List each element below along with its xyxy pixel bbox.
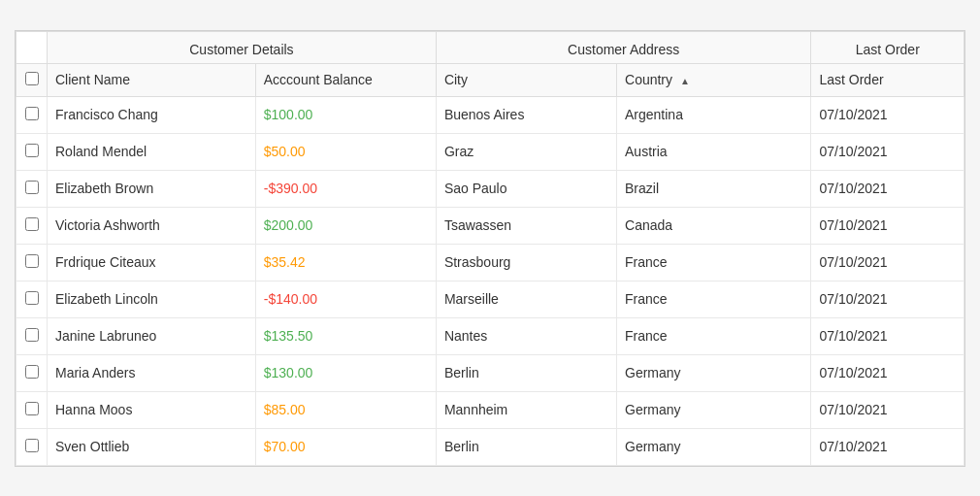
checkbox-header bbox=[16, 63, 48, 96]
row-checkbox-cell bbox=[16, 391, 48, 428]
empty-group-header bbox=[16, 31, 48, 63]
row-checkbox[interactable] bbox=[25, 439, 39, 452]
last-order-group-header: Last Order bbox=[811, 31, 964, 63]
row-checkbox[interactable] bbox=[25, 144, 39, 157]
last-order-cell: 07/10/2021 bbox=[811, 281, 964, 317]
balance-cell: -$390.00 bbox=[255, 170, 436, 207]
table-row: Victoria Ashworth $200.00 Tsawassen Cana… bbox=[16, 207, 964, 244]
table-row: Hanna Moos $85.00 Mannheim Germany 07/10… bbox=[16, 391, 964, 428]
row-checkbox-cell bbox=[16, 133, 48, 170]
row-checkbox-cell bbox=[16, 96, 48, 133]
city-cell: Graz bbox=[436, 133, 616, 170]
table-row: Elizabeth Lincoln -$140.00 Marseille Fra… bbox=[16, 281, 964, 317]
row-checkbox-cell bbox=[16, 354, 48, 391]
country-label: Country bbox=[625, 72, 672, 87]
row-checkbox[interactable] bbox=[25, 402, 39, 415]
last-order-cell: 07/10/2021 bbox=[811, 207, 964, 244]
row-checkbox[interactable] bbox=[25, 217, 39, 231]
city-cell: Berlin bbox=[436, 428, 616, 465]
country-cell: France bbox=[617, 281, 811, 317]
last-order-cell: 07/10/2021 bbox=[811, 244, 964, 281]
client-name-cell: Roland Mendel bbox=[48, 133, 256, 170]
customer-address-header: Customer Address bbox=[436, 31, 811, 63]
row-checkbox-cell bbox=[16, 244, 48, 281]
balance-cell: $135.50 bbox=[255, 317, 436, 354]
client-name-header: Client Name bbox=[48, 63, 256, 96]
last-order-header: Last Order bbox=[811, 63, 964, 96]
client-name-cell: Sven Ottlieb bbox=[48, 428, 256, 465]
client-name-cell: Victoria Ashworth bbox=[48, 207, 256, 244]
account-balance-header: Acccount Balance bbox=[255, 63, 436, 96]
table-row: Janine Labruneo $135.50 Nantes France 07… bbox=[16, 317, 964, 354]
last-order-cell: 07/10/2021 bbox=[811, 391, 964, 428]
city-cell: Strasbourg bbox=[436, 244, 616, 281]
city-cell: Nantes bbox=[436, 317, 616, 354]
city-cell: Sao Paulo bbox=[436, 170, 616, 207]
data-table: Customer Details Customer Address Last O… bbox=[15, 30, 965, 467]
country-cell: France bbox=[617, 317, 811, 354]
row-checkbox-cell bbox=[16, 317, 48, 354]
client-name-cell: Elizabeth Brown bbox=[48, 170, 256, 207]
balance-cell: $70.00 bbox=[255, 428, 436, 465]
balance-cell: $50.00 bbox=[255, 133, 436, 170]
balance-cell: $130.00 bbox=[255, 354, 436, 391]
country-cell: Argentina bbox=[617, 96, 811, 133]
client-name-cell: Hanna Moos bbox=[48, 391, 256, 428]
country-cell: France bbox=[617, 244, 811, 281]
sort-arrow-icon: ▲ bbox=[680, 76, 690, 86]
group-header-row: Customer Details Customer Address Last O… bbox=[16, 31, 964, 63]
balance-cell: -$140.00 bbox=[255, 281, 436, 317]
last-order-cell: 07/10/2021 bbox=[811, 354, 964, 391]
last-order-cell: 07/10/2021 bbox=[811, 428, 964, 465]
table-body: Francisco Chang $100.00 Buenos Aires Arg… bbox=[16, 96, 964, 465]
table-row: Elizabeth Brown -$390.00 Sao Paulo Brazi… bbox=[16, 170, 964, 207]
last-order-cell: 07/10/2021 bbox=[811, 96, 964, 133]
country-cell: Brazil bbox=[617, 170, 811, 207]
country-cell: Germany bbox=[617, 391, 811, 428]
column-header-row: Client Name Acccount Balance City Countr… bbox=[16, 63, 964, 96]
city-cell: Buenos Aires bbox=[436, 96, 616, 133]
select-all-checkbox[interactable] bbox=[25, 72, 39, 85]
last-order-cell: 07/10/2021 bbox=[811, 170, 964, 207]
balance-cell: $100.00 bbox=[255, 96, 436, 133]
country-header[interactable]: Country ▲ bbox=[617, 63, 811, 96]
country-cell: Canada bbox=[617, 207, 811, 244]
country-cell: Germany bbox=[617, 354, 811, 391]
table-row: Francisco Chang $100.00 Buenos Aires Arg… bbox=[16, 96, 964, 133]
customer-details-header: Customer Details bbox=[48, 31, 437, 63]
last-order-cell: 07/10/2021 bbox=[811, 133, 964, 170]
city-cell: Mannheim bbox=[436, 391, 616, 428]
city-header: City bbox=[436, 63, 616, 96]
row-checkbox-cell bbox=[16, 281, 48, 317]
city-cell: Marseille bbox=[436, 281, 616, 317]
table-row: Maria Anders $130.00 Berlin Germany 07/1… bbox=[16, 354, 964, 391]
client-name-cell: Frdrique Citeaux bbox=[48, 244, 256, 281]
row-checkbox[interactable] bbox=[25, 291, 39, 305]
row-checkbox[interactable] bbox=[25, 328, 39, 342]
client-name-cell: Francisco Chang bbox=[48, 96, 256, 133]
city-cell: Berlin bbox=[436, 354, 616, 391]
row-checkbox-cell bbox=[16, 170, 48, 207]
country-cell: Austria bbox=[617, 133, 811, 170]
row-checkbox-cell bbox=[16, 428, 48, 465]
table-scroll-container[interactable]: Customer Details Customer Address Last O… bbox=[16, 31, 964, 466]
table-row: Sven Ottlieb $70.00 Berlin Germany 07/10… bbox=[16, 428, 964, 465]
client-name-cell: Janine Labruneo bbox=[48, 317, 256, 354]
city-cell: Tsawassen bbox=[436, 207, 616, 244]
row-checkbox-cell bbox=[16, 207, 48, 244]
country-cell: Germany bbox=[617, 428, 811, 465]
row-checkbox[interactable] bbox=[25, 181, 39, 194]
last-order-cell: 07/10/2021 bbox=[811, 317, 964, 354]
row-checkbox[interactable] bbox=[25, 365, 39, 379]
client-name-cell: Elizabeth Lincoln bbox=[48, 281, 256, 317]
balance-cell: $35.42 bbox=[255, 244, 436, 281]
row-checkbox[interactable] bbox=[25, 107, 39, 120]
row-checkbox[interactable] bbox=[25, 254, 39, 268]
balance-cell: $200.00 bbox=[255, 207, 436, 244]
table-row: Frdrique Citeaux $35.42 Strasbourg Franc… bbox=[16, 244, 964, 281]
balance-cell: $85.00 bbox=[255, 391, 436, 428]
client-name-cell: Maria Anders bbox=[48, 354, 256, 391]
table-row: Roland Mendel $50.00 Graz Austria 07/10/… bbox=[16, 133, 964, 170]
